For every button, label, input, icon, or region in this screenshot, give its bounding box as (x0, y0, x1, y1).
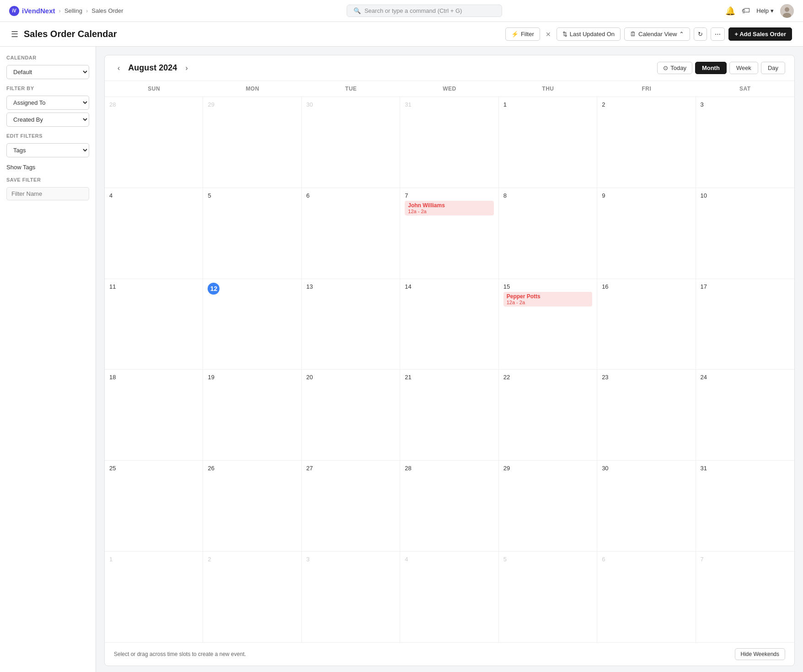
sidebar-tags-select[interactable]: Tags (6, 143, 89, 157)
cell-date: 9 (602, 192, 605, 199)
calendar-cell[interactable]: 31 (400, 97, 498, 188)
last-updated-button[interactable]: ⇅ Last Updated On (557, 27, 621, 41)
calendar-cell[interactable]: 6 (302, 188, 400, 279)
calendar-cell[interactable]: 21 (400, 370, 498, 460)
calendar-cell[interactable]: 3 (696, 97, 794, 188)
cell-date: 16 (602, 283, 608, 290)
calendar-cell[interactable]: 31 (696, 461, 794, 551)
add-sales-order-button[interactable]: + Add Sales Order (728, 27, 792, 41)
top-navigation: iV iVendNext › Selling › Sales Order 🔍 S… (0, 0, 803, 22)
event-time: 12a - 2a (408, 209, 490, 214)
more-options-button[interactable]: ⋯ (711, 27, 725, 41)
day-name-wed: WED (400, 81, 498, 97)
calendar-cell[interactable]: 6 (597, 552, 696, 642)
calendar-cell[interactable]: 30 (597, 461, 696, 551)
cell-date: 26 (208, 465, 214, 472)
calendar-event[interactable]: John Williams12a - 2a (405, 201, 493, 215)
cell-date: 3 (701, 101, 704, 108)
calendar-cell[interactable]: 4 (400, 552, 498, 642)
calendar-cell[interactable]: 23 (597, 370, 696, 460)
calendar-cell[interactable]: 2 (597, 97, 696, 188)
calendar-cell[interactable]: 29 (499, 461, 597, 551)
month-view-button[interactable]: Month (695, 62, 727, 74)
search-bar[interactable]: 🔍 Search or type a command (Ctrl + G) (347, 5, 502, 17)
calendar-cell[interactable]: 28 (400, 461, 498, 551)
filter-button[interactable]: ⚡ Filter (505, 27, 540, 41)
calendar-cell[interactable]: 27 (302, 461, 400, 551)
refresh-button[interactable]: ↻ (694, 27, 707, 41)
app-logo[interactable]: iV iVendNext (9, 6, 55, 16)
day-view-button[interactable]: Day (761, 62, 785, 74)
calendar-cell[interactable]: 9 (597, 188, 696, 279)
calendar-cell[interactable]: 22 (499, 370, 597, 460)
calendar-cell[interactable]: 7 (696, 552, 794, 642)
calendar-view-button[interactable]: 🗓 Calendar View ⌃ (624, 27, 690, 41)
breadcrumb-sales-order[interactable]: Sales Order (91, 7, 123, 14)
page-title: Sales Order Calendar (24, 29, 117, 39)
day-name-fri: FRI (597, 81, 696, 97)
calendar-icon: 🗓 (630, 31, 636, 38)
sidebar-toggle-button[interactable]: ☰ (11, 29, 18, 39)
cell-date: 29 (208, 101, 214, 108)
calendar-cell[interactable]: 26 (203, 461, 301, 551)
sidebar-calendar-group: Calendar Default (6, 55, 89, 79)
notification-icon[interactable]: 🔔 (725, 6, 735, 16)
tag-icon[interactable]: 🏷 (742, 6, 750, 16)
calendar-cell[interactable]: 18 (105, 370, 203, 460)
sidebar-edit-filters-group: Edit Filters Tags (6, 133, 89, 157)
calendar-cell[interactable]: 8 (499, 188, 597, 279)
today-button[interactable]: ⊙ Today (657, 62, 692, 74)
calendar-cell[interactable]: 30 (302, 97, 400, 188)
calendar-cell[interactable]: 11 (105, 279, 203, 370)
calendar-cell[interactable]: 1 (105, 552, 203, 642)
calendar-cell[interactable]: 14 (400, 279, 498, 370)
sidebar-calendar-select[interactable]: Default (6, 65, 89, 79)
breadcrumb-selling[interactable]: Selling (64, 7, 82, 14)
help-button[interactable]: Help ▾ (756, 7, 774, 14)
calendar-footer-hint: Select or drag across time slots to crea… (114, 651, 246, 657)
calendar-cell[interactable]: 2 (203, 552, 301, 642)
calendar-cell[interactable]: 7John Williams12a - 2a (400, 188, 498, 279)
calendar-cell[interactable]: 17 (696, 279, 794, 370)
calendar-month-title: August 2024 (128, 63, 177, 73)
calendar-cell[interactable]: 24 (696, 370, 794, 460)
calendar-cell[interactable]: 4 (105, 188, 203, 279)
calendar-cell[interactable]: 16 (597, 279, 696, 370)
event-name: Pepper Potts (507, 293, 589, 300)
hide-weekends-button[interactable]: Hide Weekends (735, 648, 786, 660)
filter-icon: ⚡ (511, 31, 519, 38)
filter-clear-button[interactable]: ✕ (544, 29, 553, 40)
nav-center: 🔍 Search or type a command (Ctrl + G) (123, 5, 726, 17)
next-month-button[interactable]: › (182, 62, 191, 74)
calendar-cell[interactable]: 3 (302, 552, 400, 642)
week-view-button[interactable]: Week (729, 62, 758, 74)
prev-month-button[interactable]: ‹ (114, 62, 123, 74)
calendar-week-1: 4567John Williams12a - 2a8910 (105, 188, 794, 279)
calendar-cell[interactable]: 13 (302, 279, 400, 370)
calendar-cell[interactable]: 29 (203, 97, 301, 188)
cell-date: 24 (701, 374, 707, 381)
today-label: Today (670, 65, 686, 71)
calendar-cell[interactable]: 20 (302, 370, 400, 460)
calendar-cell[interactable]: 12 (203, 279, 301, 370)
calendar-cell[interactable]: 25 (105, 461, 203, 551)
sidebar-filter-assigned-select[interactable]: Assigned To (6, 96, 89, 110)
calendar-cell[interactable]: 5 (499, 552, 597, 642)
calendar-event[interactable]: Pepper Potts12a - 2a (503, 292, 592, 306)
filter-name-input[interactable] (6, 187, 89, 200)
calendar-view-chevron: ⌃ (679, 31, 684, 38)
calendar-cell[interactable]: 5 (203, 188, 301, 279)
sidebar: Calendar Default Filter By Assigned To C… (0, 47, 96, 672)
calendar-view-controls: ⊙ Today Month Week Day (657, 62, 785, 74)
calendar-cell[interactable]: 10 (696, 188, 794, 279)
calendar-cell[interactable]: 1 (499, 97, 597, 188)
sidebar-filter-created-select[interactable]: Created By (6, 113, 89, 127)
calendar-cell[interactable]: 15Pepper Potts12a - 2a (499, 279, 597, 370)
user-avatar[interactable] (780, 4, 794, 18)
day-name-tue: TUE (302, 81, 400, 97)
cell-date: 17 (701, 283, 707, 290)
calendar-cell[interactable]: 28 (105, 97, 203, 188)
calendar-cell[interactable]: 19 (203, 370, 301, 460)
cell-date: 30 (306, 101, 313, 108)
cell-date: 22 (503, 374, 510, 381)
